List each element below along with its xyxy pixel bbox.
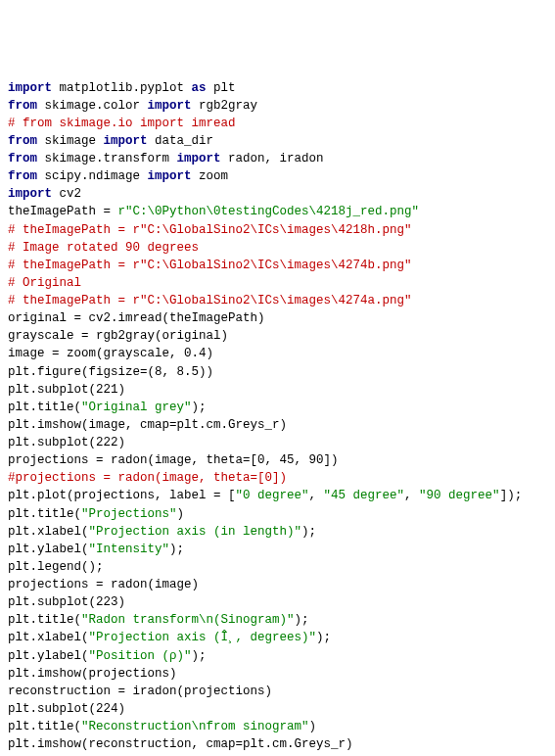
- code-token: "Position (ρ)": [89, 649, 192, 663]
- code-token: ]);: [500, 489, 523, 502]
- code-line: #projections = radon(image, theta=[0]): [8, 469, 547, 487]
- code-token: from: [8, 169, 37, 183]
- code-token: import: [8, 81, 52, 95]
- code-token: skimage.color: [37, 99, 148, 113]
- code-token: radon, iradon: [221, 152, 324, 165]
- code-line: plt.title("Projections"): [8, 505, 547, 523]
- code-line: plt.subplot(223): [8, 593, 547, 611]
- code-token: scipy.ndimage: [37, 169, 148, 183]
- code-line: plt.ylabel("Position (ρ)");: [8, 647, 547, 665]
- code-token: zoom: [192, 169, 229, 183]
- code-token: plt.ylabel(: [8, 649, 89, 663]
- code-token: reconstruction = iradon(projections): [8, 685, 272, 698]
- code-line: from scipy.ndimage import zoom: [8, 167, 547, 185]
- code-line: from skimage.color import rgb2gray: [8, 97, 547, 115]
- code-token: import: [104, 134, 148, 148]
- code-token: plt.imshow(projections): [8, 667, 177, 681]
- code-token: import: [177, 152, 221, 165]
- code-token: "45 degree": [324, 489, 405, 502]
- code-line: projections = radon(image, theta=[0, 45,…: [8, 451, 547, 469]
- code-token: plt.xlabel(: [8, 631, 89, 644]
- code-token: # theImagePath = r"C:\GlobalSino2\ICs\im…: [8, 223, 412, 237]
- code-token: # theImagePath = r"C:\GlobalSino2\ICs\im…: [8, 259, 412, 272]
- code-line: # Image rotated 90 degrees: [8, 239, 547, 257]
- code-line: # Original: [8, 274, 547, 292]
- code-token: plt.ylabel(: [8, 543, 89, 556]
- code-line: grayscale = rgb2gray(original): [8, 327, 547, 345]
- code-line: plt.ylabel("Intensity");: [8, 541, 547, 558]
- code-token: "Reconstruction\nfrom sinogram": [81, 720, 309, 733]
- code-token: projections = radon(image, theta=[0, 45,…: [8, 453, 339, 467]
- code-token: grayscale = rgb2gray(original): [8, 329, 228, 343]
- code-token: # Original: [8, 276, 81, 290]
- code-token: "Radon transform\n(Sinogram)": [81, 613, 295, 627]
- code-token: plt.title(: [8, 720, 81, 733]
- code-token: rgb2gray: [192, 99, 258, 113]
- code-token: );: [169, 543, 184, 556]
- code-token: from: [8, 99, 37, 113]
- code-token: # theImagePath = r"C:\GlobalSino2\ICs\im…: [8, 294, 412, 307]
- code-token: original = cv2.imread(theImagePath): [8, 311, 265, 325]
- code-token: r"C:\0Python\0testingCodes\4218j_red.png…: [118, 205, 420, 218]
- code-token: import: [148, 169, 192, 183]
- code-token: plt.title(: [8, 507, 81, 521]
- code-token: cv2: [52, 187, 81, 201]
- code-token: plt.plot(projections, label = [: [8, 489, 236, 502]
- code-token: "0 degree": [236, 489, 309, 502]
- code-token: "90 degree": [419, 489, 500, 502]
- code-token: "Projections": [81, 507, 177, 521]
- code-token: import: [8, 187, 52, 201]
- code-token: matplotlib.pyplot: [52, 81, 192, 95]
- code-token: ): [177, 507, 185, 521]
- code-line: original = cv2.imread(theImagePath): [8, 309, 547, 327]
- code-line: import matplotlib.pyplot as plt: [8, 79, 547, 97]
- code-token: image = zoom(grayscale, 0.4): [8, 347, 213, 360]
- code-token: plt.subplot(223): [8, 595, 125, 609]
- code-line: plt.imshow(reconstruction, cmap=plt.cm.G…: [8, 735, 547, 753]
- code-token: projections = radon(image): [8, 578, 199, 591]
- code-line: plt.imshow(projections): [8, 665, 547, 683]
- code-line: plt.title("Reconstruction\nfrom sinogram…: [8, 718, 547, 735]
- code-token: as: [192, 81, 207, 95]
- code-token: plt.subplot(221): [8, 383, 125, 397]
- code-line: projections = radon(image): [8, 576, 547, 593]
- code-token: import: [148, 99, 192, 113]
- code-token: );: [295, 613, 309, 627]
- code-line: theImagePath = r"C:\0Python\0testingCode…: [8, 203, 547, 220]
- code-token: "Intensity": [89, 543, 170, 556]
- code-token: );: [316, 631, 331, 644]
- code-token: ): [309, 720, 317, 733]
- code-line: # theImagePath = r"C:\GlobalSino2\ICs\im…: [8, 221, 547, 239]
- code-token: plt.imshow(image, cmap=plt.cm.Greys_r): [8, 418, 287, 432]
- code-line: # theImagePath = r"C:\GlobalSino2\ICs\im…: [8, 257, 547, 274]
- code-line: plt.subplot(222): [8, 434, 547, 451]
- code-token: );: [301, 525, 316, 539]
- code-line: plt.xlabel("Projection axis (in length)"…: [8, 523, 547, 541]
- code-token: data_dir: [148, 134, 214, 148]
- code-block: import matplotlib.pyplot as pltfrom skim…: [8, 79, 547, 757]
- code-token: plt.subplot(224): [8, 702, 125, 716]
- code-line: plt.title("Radon transform\n(Sinogram)")…: [8, 611, 547, 629]
- code-token: from: [8, 134, 37, 148]
- code-line: plt.figure(figsize=(8, 8.5)): [8, 363, 547, 381]
- code-token: plt.xlabel(: [8, 525, 89, 539]
- code-line: # from skimage.io import imread: [8, 115, 547, 132]
- code-line: plt.imshow(image, cmap=plt.cm.Greys_r): [8, 416, 547, 434]
- code-token: "Projection axis (Î¸, degrees)": [89, 631, 317, 644]
- code-token: # from skimage.io import imread: [8, 117, 236, 130]
- code-token: ,: [309, 489, 324, 502]
- code-token: # Image rotated 90 degrees: [8, 241, 199, 255]
- code-token: plt: [207, 81, 236, 95]
- code-line: plt.plot(projections, label = ["0 degree…: [8, 487, 547, 504]
- code-token: #projections = radon(image, theta=[0]): [8, 471, 287, 485]
- code-token: "Original grey": [81, 401, 192, 414]
- code-token: from: [8, 152, 37, 165]
- code-line: plt.title("Original grey");: [8, 399, 547, 416]
- code-line: plt.xlabel("Projection axis (Î¸, degrees…: [8, 629, 547, 646]
- code-line: plt.subplot(224): [8, 700, 547, 718]
- code-token: skimage.transform: [37, 152, 177, 165]
- code-line: from skimage import data_dir: [8, 132, 547, 150]
- code-token: plt.title(: [8, 613, 81, 627]
- code-line: import cv2: [8, 185, 547, 203]
- code-line: plt.subplot(221): [8, 381, 547, 399]
